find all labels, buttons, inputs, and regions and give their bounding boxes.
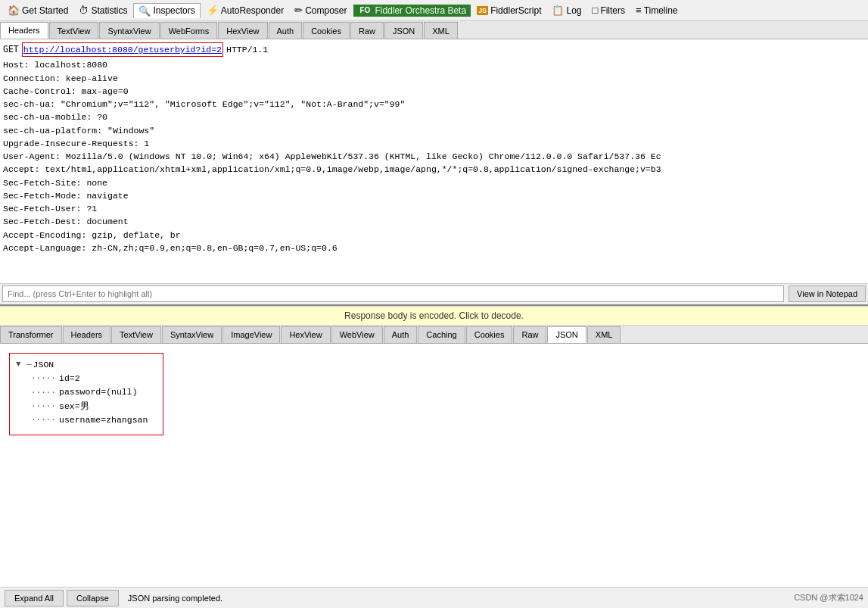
tab-json-req[interactable]: JSON (384, 22, 423, 39)
request-header-line: Connection: keep-alive (3, 72, 865, 85)
request-header-line: Accept-Language: zh-CN,zh;q=0.9,en;q=0.8… (3, 242, 865, 254)
statistics-icon: ⏱ (79, 5, 89, 16)
request-header-line: sec-ch-ua-platform: "Windows" (3, 124, 865, 137)
get-started-icon: 🏠 (8, 5, 20, 16)
response-content-area: ▼ — JSON ·····id=2·····password=(null)··… (0, 344, 868, 588)
response-tab-bar: Transformer Headers TextView SyntaxView … (0, 326, 868, 344)
request-header-line: Accept-Encoding: gzip, deflate, br (3, 229, 865, 242)
menu-label-fiddler-orchestra: Fiddler Orchestra Beta (375, 5, 466, 16)
request-header-line: sec-ch-ua: "Chromium";v="112", "Microsof… (3, 98, 865, 111)
menu-label-get-started: Get Started (22, 5, 68, 16)
tab-xml-resp[interactable]: XML (587, 326, 621, 343)
json-field-username: ·····username=zhangsan (16, 413, 148, 427)
tab-auth-resp[interactable]: Auth (384, 326, 418, 343)
find-input[interactable] (2, 285, 784, 302)
menu-label-inspectors: Inspectors (153, 5, 194, 16)
tab-syntaxview[interactable]: SyntaxView (99, 22, 159, 39)
tab-syntaxview-resp[interactable]: SyntaxView (162, 326, 222, 343)
field-dash-icon: ····· (31, 400, 56, 413)
json-status: JSON parsing completed. (122, 594, 791, 603)
tab-headers-resp[interactable]: Headers (63, 326, 111, 343)
timeline-icon: ≡ (636, 5, 642, 16)
encoded-notice[interactable]: Response body is encoded. Click to decod… (0, 306, 868, 326)
request-panel: Headers TextView SyntaxView WebForms Hex… (0, 21, 868, 306)
collapse-icon[interactable]: ▼ (16, 358, 25, 372)
menu-fiddler-orchestra[interactable]: FO Fiddler Orchestra Beta (353, 5, 471, 17)
view-notepad-button[interactable]: View in Notepad (789, 285, 866, 302)
menu-label-filters: Filters (600, 5, 625, 16)
field-value-id: id=2 (59, 372, 80, 385)
menu-timeline[interactable]: ≡ Timeline (631, 3, 683, 17)
menu-statistics[interactable]: ⏱ Statistics (74, 3, 132, 17)
tab-headers[interactable]: Headers (0, 22, 48, 39)
autoresponder-icon: ⚡ (207, 5, 219, 16)
expand-all-button[interactable]: Expand All (5, 590, 64, 606)
menu-label-statistics: Statistics (91, 5, 127, 16)
request-tab-bar: Headers TextView SyntaxView WebForms Hex… (0, 21, 868, 39)
field-value-password: password=(null) (59, 385, 138, 399)
response-panel: Transformer Headers TextView SyntaxView … (0, 326, 868, 609)
menu-get-started[interactable]: 🏠 Get Started (3, 3, 73, 17)
main-panel: Headers TextView SyntaxView WebForms Hex… (0, 21, 868, 608)
filters-icon: □ (593, 5, 599, 16)
json-root-box: ▼ — JSON ·····id=2·····password=(null)··… (9, 353, 163, 436)
tab-caching[interactable]: Caching (418, 326, 465, 343)
tab-imageview[interactable]: ImageView (222, 326, 280, 343)
menu-fiddlerscript[interactable]: JS FiddlerScript (472, 4, 546, 17)
menu-autoresponder[interactable]: ⚡ AutoResponder (202, 3, 288, 17)
fiddlerscript-icon: JS (477, 6, 488, 15)
menu-label-composer: Composer (305, 5, 347, 16)
inspectors-icon: 🔍 (138, 5, 151, 17)
field-dash-icon: ····· (31, 386, 56, 400)
top-menu-bar: 🏠 Get Started ⏱ Statistics 🔍 Inspectors … (0, 0, 868, 21)
request-header-line: Cache-Control: max-age=0 (3, 85, 865, 98)
menu-log[interactable]: 📋 Log (547, 3, 586, 17)
json-field-password: ·····password=(null) (16, 385, 148, 399)
request-header-line: Upgrade-Insecure-Requests: 1 (3, 137, 865, 150)
tab-webview[interactable]: WebView (331, 326, 383, 343)
tab-cookies[interactable]: Cookies (303, 22, 350, 39)
request-header-line: sec-ch-ua-mobile: ?0 (3, 111, 865, 123)
json-field-sex: ·····sex=男 (16, 400, 148, 413)
fiddler-orchestra-icon: FO (358, 5, 373, 15)
tab-hexview[interactable]: HexView (218, 22, 267, 39)
tab-json-resp[interactable]: JSON (547, 326, 586, 343)
collapse-button[interactable]: Collapse (67, 590, 119, 606)
request-header-line: Sec-Fetch-Site: none (3, 176, 865, 189)
field-value-sex: sex=男 (59, 400, 89, 413)
tab-webforms[interactable]: WebForms (160, 22, 218, 39)
tab-raw[interactable]: Raw (350, 22, 384, 39)
menu-filters[interactable]: □ Filters (588, 3, 630, 17)
find-bar: View in Notepad (0, 283, 868, 304)
tab-textview[interactable]: TextView (49, 22, 99, 39)
request-header-line: Sec-Fetch-User: ?1 (3, 202, 865, 215)
menu-composer[interactable]: ✏ Composer (290, 3, 351, 17)
json-fields: ·····id=2·····password=(null)·····sex=男·… (16, 372, 148, 428)
tab-cookies-resp[interactable]: Cookies (466, 326, 513, 343)
request-content-area: GET http://localhost:8080/getuserbyid?id… (0, 39, 868, 283)
request-url-line: GET http://localhost:8080/getuserbyid?id… (3, 42, 865, 57)
json-root-label: — (26, 358, 32, 372)
json-tree: ▼ — JSON ·····id=2·····password=(null)··… (6, 350, 862, 439)
tab-textview-resp[interactable]: TextView (111, 326, 161, 343)
request-url-link[interactable]: http://localhost:8080/getuserbyid?id=2 (22, 42, 223, 57)
json-field-id: ·····id=2 (16, 372, 148, 385)
menu-label-autoresponder: AutoResponder (221, 5, 284, 16)
field-value-username: username=zhangsan (59, 413, 148, 427)
tab-auth[interactable]: Auth (269, 22, 303, 39)
menu-inspectors[interactable]: 🔍 Inspectors (133, 3, 200, 18)
tab-hexview-resp[interactable]: HexView (281, 326, 330, 343)
watermark: CSDN @求索1024 (794, 592, 863, 603)
menu-label-log: Log (566, 5, 581, 16)
request-method: GET (3, 43, 19, 56)
menu-label-timeline: Timeline (644, 5, 678, 16)
tab-xml-req[interactable]: XML (424, 22, 458, 39)
request-header-line: User-Agent: Mozilla/5.0 (Windows NT 10.0… (3, 150, 865, 163)
field-dash-icon: ····· (31, 372, 56, 385)
json-root-text: JSON (33, 358, 54, 372)
tab-raw-resp[interactable]: Raw (513, 326, 546, 343)
field-dash-icon: ····· (31, 413, 56, 427)
request-header-line: Sec-Fetch-Mode: navigate (3, 189, 865, 202)
tab-transformer[interactable]: Transformer (0, 326, 62, 343)
log-icon: 📋 (552, 5, 564, 16)
